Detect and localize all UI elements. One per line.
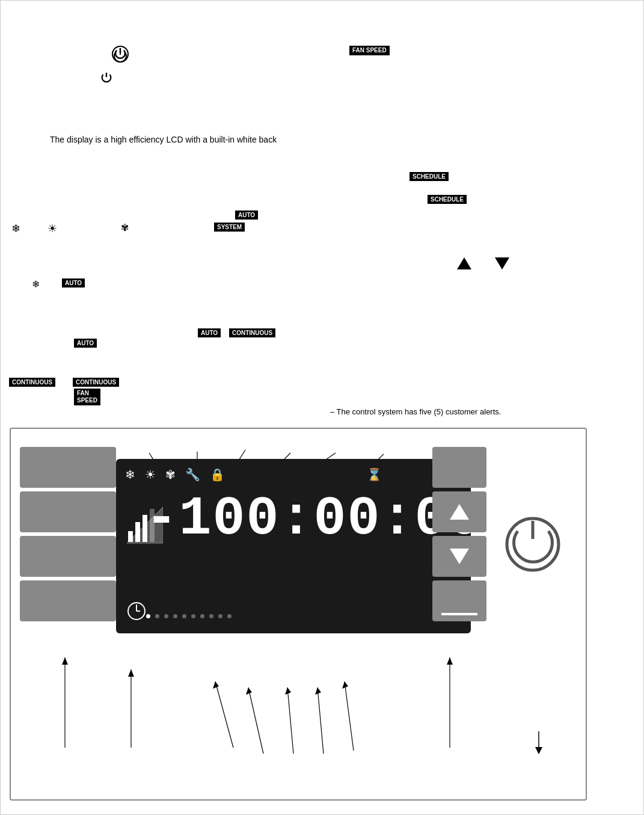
dot-6	[191, 614, 195, 618]
left-panel	[20, 447, 116, 633]
right-btn-1[interactable]	[432, 447, 486, 488]
right-btn-bottom[interactable]	[432, 580, 486, 621]
svg-marker-2	[457, 257, 471, 269]
lcd-fan-icon: ✾	[165, 467, 176, 482]
dot-4	[173, 614, 177, 618]
display-description: The display is a high efficiency LCD wit…	[50, 134, 277, 146]
svg-marker-37	[447, 657, 453, 665]
diagram-container: ❄ ☀ ✾ 🔧 🔒 ⌛ -	[10, 428, 587, 801]
customer-alerts: – The control system has five (5) custom…	[330, 407, 501, 417]
left-btn-4[interactable]	[20, 580, 116, 621]
system-badge: SYSTEM	[214, 223, 245, 232]
snowflake-icon-2: ❄	[32, 278, 40, 290]
svg-marker-29	[246, 687, 252, 695]
auto-badge-3: AUTO	[74, 339, 97, 348]
snowflake-icon-1: ❄	[11, 222, 20, 235]
svg-marker-46	[450, 504, 469, 520]
power-icon-top[interactable]	[112, 46, 129, 63]
dot-2	[155, 614, 159, 618]
svg-line-30	[287, 687, 293, 754]
lcd-clock-icon	[127, 601, 146, 623]
fan-speed-badge-bottom: FANSPEED	[74, 389, 100, 405]
svg-marker-25	[128, 669, 134, 677]
dot-8	[209, 614, 213, 618]
schedule-badge-1: SCHEDULE	[409, 172, 449, 181]
auto-badge-main: AUTO	[198, 328, 221, 337]
auto-badge-1: AUTO	[235, 211, 258, 220]
svg-marker-27	[213, 681, 219, 689]
svg-marker-35	[342, 681, 348, 689]
right-panel	[432, 447, 486, 621]
svg-line-34	[345, 681, 354, 751]
svg-rect-39	[128, 531, 133, 542]
left-btn-1[interactable]	[20, 447, 116, 488]
page: FAN SPEED The display is a high efficien…	[0, 0, 644, 815]
fan-speed-badge-top: FAN SPEED	[349, 46, 390, 55]
up-arrow-button[interactable]	[432, 491, 486, 532]
svg-marker-47	[450, 549, 469, 564]
triangle-down-button[interactable]	[494, 256, 511, 272]
power-button-large[interactable]	[504, 516, 562, 573]
power-icon-second[interactable]	[100, 72, 113, 87]
continuous-badge-main: CONTINUOUS	[229, 328, 275, 337]
triangle-up-button[interactable]	[456, 256, 473, 272]
left-btn-2[interactable]	[20, 491, 116, 532]
schedule-badge-2: SCHEDULE	[428, 195, 467, 204]
svg-line-32	[317, 687, 324, 754]
svg-rect-40	[135, 522, 140, 542]
svg-line-26	[215, 681, 233, 748]
lcd-wrench-icon: 🔧	[185, 467, 200, 482]
dot-9	[218, 614, 222, 618]
lcd-sun-icon: ☀	[145, 467, 156, 482]
white-line	[441, 613, 477, 615]
svg-line-28	[248, 687, 263, 754]
down-arrow-button[interactable]	[432, 536, 486, 577]
lcd-dot-row	[146, 614, 232, 618]
dot-10	[227, 614, 232, 618]
svg-marker-51	[535, 747, 542, 754]
continuous-badge-1: CONTINUOUS	[9, 378, 55, 387]
dot-3	[164, 614, 168, 618]
sun-icon-1: ☀	[48, 222, 57, 235]
lcd-display: ❄ ☀ ✾ 🔧 🔒 ⌛ -	[116, 459, 471, 633]
left-btn-3[interactable]	[20, 536, 116, 577]
svg-marker-3	[495, 257, 509, 269]
lcd-number: -100:00:00	[145, 492, 482, 546]
auto-badge-2: AUTO	[62, 278, 85, 288]
svg-marker-33	[315, 687, 321, 695]
dot-7	[200, 614, 204, 618]
continuous-badge-2: CONTINUOUS	[73, 378, 119, 387]
dot-1	[146, 614, 150, 618]
dot-5	[182, 614, 186, 618]
lcd-lock-icon: 🔒	[210, 467, 225, 482]
svg-marker-31	[285, 687, 291, 695]
lcd-snowflake-icon: ❄	[125, 467, 135, 482]
lcd-number-display: -100:00:00 °	[167, 492, 465, 546]
fan-icon-1: ✾	[121, 222, 129, 233]
svg-marker-23	[62, 657, 68, 665]
lcd-hourglass-icon: ⌛	[367, 467, 382, 482]
power-arrow-down	[533, 731, 545, 757]
